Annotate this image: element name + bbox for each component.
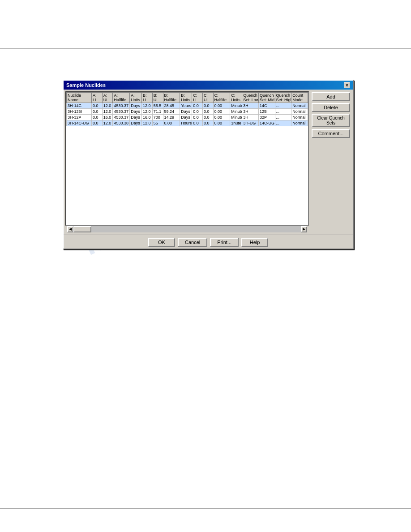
cell-qs_low: 3H bbox=[242, 109, 259, 115]
scroll-right-button[interactable]: ▶ bbox=[301, 226, 307, 232]
bottom-button-row: OK Cancel Print... Help bbox=[64, 235, 353, 249]
col-header-c-ul: C:UL bbox=[202, 93, 213, 103]
cell-b_ul: 55 bbox=[152, 120, 163, 126]
cell-c_ul: 0.0 bbox=[202, 103, 213, 109]
col-header-a-u: A:Units bbox=[130, 93, 142, 103]
cell-a_ul: 12.0 bbox=[102, 120, 113, 126]
cell-b_ll: 12.0 bbox=[142, 120, 153, 126]
cell-a_ll: 0.0 bbox=[92, 103, 103, 109]
cell-a_u: Days bbox=[130, 109, 142, 115]
cell-a_hl: 4530.38 bbox=[113, 120, 130, 126]
scroll-left-button[interactable]: ◀ bbox=[67, 226, 73, 232]
cell-c_u: Minute bbox=[230, 103, 242, 109]
print-button[interactable]: Print... bbox=[210, 238, 239, 247]
cell-b_u: Days bbox=[180, 109, 192, 115]
cell-cm: Normal bbox=[291, 103, 308, 109]
cell-a_hl: 4530.37 bbox=[113, 109, 130, 115]
cell-qs_high: ... bbox=[275, 109, 291, 115]
cell-cm: Normal bbox=[291, 120, 308, 126]
scroll-thumb[interactable] bbox=[73, 226, 91, 232]
cell-name: 3H-14C-UG bbox=[67, 120, 92, 126]
cell-qs_mid: 14C-UG bbox=[258, 120, 275, 126]
col-header-b-u: B:Units bbox=[180, 93, 192, 103]
cell-a_ul: 12.0 bbox=[102, 103, 113, 109]
cell-b_hl: 59.24 bbox=[163, 109, 180, 115]
cell-c_ll: 0.0 bbox=[192, 120, 203, 126]
cell-b_hl: 28.45 bbox=[163, 103, 180, 109]
cell-c_ll: 0.0 bbox=[192, 109, 203, 115]
nuclides-table-container: NuclideName A:LL A:UL A:Halflife A:Units… bbox=[65, 91, 309, 226]
cell-c_hl: 0.00 bbox=[213, 109, 230, 115]
help-button[interactable]: Help bbox=[241, 238, 268, 247]
table-header-row: NuclideName A:LL A:UL A:Halflife A:Units… bbox=[67, 93, 308, 103]
cell-c_u: Minute bbox=[230, 115, 242, 120]
dialog-content: NuclideName A:LL A:UL A:Halflife A:Units… bbox=[64, 90, 353, 235]
nuclides-table: NuclideName A:LL A:UL A:Halflife A:Units… bbox=[66, 92, 308, 126]
col-header-b-hl: B:Halflife bbox=[163, 93, 180, 103]
dialog-titlebar: Sample Nuclides × bbox=[64, 81, 353, 90]
cell-a_hl: 4530.37 bbox=[113, 115, 130, 120]
delete-button[interactable]: Delete bbox=[312, 103, 350, 112]
cell-c_hl: 0.00 bbox=[213, 103, 230, 109]
col-header-qs-high: QuenchSet: High bbox=[275, 93, 291, 103]
cell-a_u: Days bbox=[130, 120, 142, 126]
cell-b_ll: 12.0 bbox=[142, 109, 153, 115]
col-header-a-hl: A:Halflife bbox=[113, 93, 130, 103]
col-header-a-ll: A:LL bbox=[92, 93, 103, 103]
cell-qs_mid: 32P bbox=[258, 115, 275, 120]
cell-c_u: Minute bbox=[230, 109, 242, 115]
table-row[interactable]: 3H-32P0.016.04530.37Days16.070014.29Days… bbox=[67, 115, 308, 120]
cell-b_ul: 71.1 bbox=[152, 109, 163, 115]
cell-c_u: 1nute bbox=[230, 120, 242, 126]
cell-name: 3H-125I bbox=[67, 109, 92, 115]
add-button[interactable]: Add bbox=[312, 92, 350, 101]
col-header-b-ul: B:UL bbox=[152, 93, 163, 103]
cell-qs_mid: 14C bbox=[258, 103, 275, 109]
table-row[interactable]: 3H-14C-UG0.012.04530.38Days12.0550.00Hou… bbox=[67, 120, 308, 126]
cell-qs_low: 3H bbox=[242, 115, 259, 120]
cell-b_u: Days bbox=[180, 115, 192, 120]
cell-cm: Normal bbox=[291, 115, 308, 120]
col-header-a-ul: A:UL bbox=[102, 93, 113, 103]
cell-cm: Normal bbox=[291, 109, 308, 115]
col-header-name: NuclideName bbox=[67, 93, 92, 103]
table-row[interactable]: 3H-125I0.012.04530.37Days12.071.159.24Da… bbox=[67, 109, 308, 115]
table-row[interactable]: 3H-14C0.012.04530.37Days12.055.528.45Yea… bbox=[67, 103, 308, 109]
cell-c_ul: 0.0 bbox=[202, 109, 213, 115]
col-header-c-ll: C:LL bbox=[192, 93, 203, 103]
cell-name: 3H-14C bbox=[67, 103, 92, 109]
cell-b_ll: 16.0 bbox=[142, 115, 153, 120]
cell-a_ll: 0.0 bbox=[92, 115, 103, 120]
cell-qs_mid: 125I bbox=[258, 109, 275, 115]
cell-b_ul: 55.5 bbox=[152, 103, 163, 109]
cell-a_ll: 0.0 bbox=[92, 120, 103, 126]
col-header-qs-low: QuenchSet: Low bbox=[242, 93, 259, 103]
cell-b_ll: 12.0 bbox=[142, 103, 153, 109]
cell-c_ll: 0.0 bbox=[192, 115, 203, 120]
cell-b_u: Hours bbox=[180, 120, 192, 126]
cell-a_ll: 0.0 bbox=[92, 109, 103, 115]
scroll-track[interactable] bbox=[73, 226, 301, 232]
col-header-b-ll: B:LL bbox=[142, 93, 153, 103]
close-button[interactable]: × bbox=[344, 82, 350, 88]
cell-c_ul: 0.0 bbox=[202, 120, 213, 126]
cell-a_u: Days bbox=[130, 115, 142, 120]
cell-b_u: Years bbox=[180, 103, 192, 109]
col-header-cm: CountMode bbox=[291, 93, 308, 103]
cell-c_hl: 0.00 bbox=[213, 115, 230, 120]
cell-b_hl: 14.29 bbox=[163, 115, 180, 120]
col-header-c-hl: C:Halflife bbox=[213, 93, 230, 103]
cancel-button[interactable]: Cancel bbox=[178, 238, 207, 247]
horizontal-scrollbar[interactable]: ◀ ▶ bbox=[67, 226, 307, 232]
comment-button[interactable]: Comment... bbox=[312, 129, 350, 138]
col-header-c-u: C:Units bbox=[230, 93, 242, 103]
col-header-qs-mid: QuenchSet: Mid bbox=[258, 93, 275, 103]
cell-a_hl: 4530.37 bbox=[113, 103, 130, 109]
dialog-title: Sample Nuclides bbox=[66, 82, 106, 88]
cell-name: 3H-32P bbox=[67, 115, 92, 120]
ok-button[interactable]: OK bbox=[148, 238, 175, 247]
cell-a_u: Days bbox=[130, 103, 142, 109]
button-panel: Add Delete Clear Quench Sets Comment... bbox=[311, 91, 351, 233]
cell-a_ul: 12.0 bbox=[102, 109, 113, 115]
clear-quench-sets-button[interactable]: Clear Quench Sets bbox=[312, 114, 350, 127]
